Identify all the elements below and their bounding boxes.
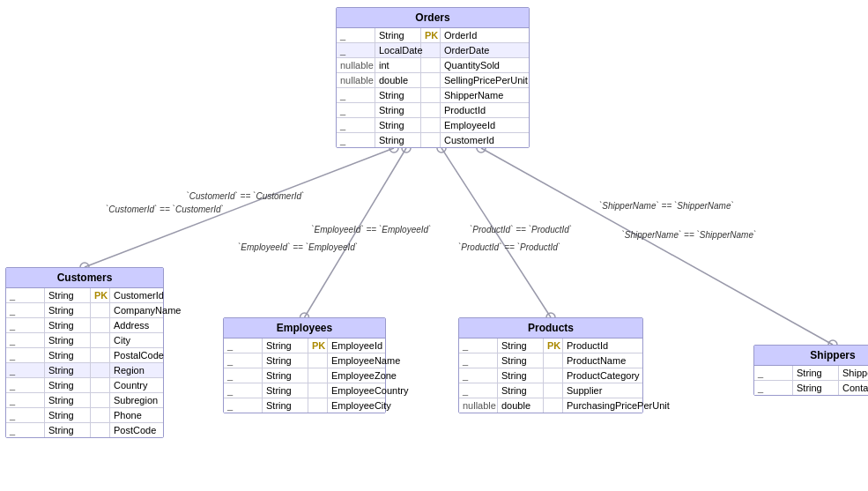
table-row: _ String PostCode: [6, 423, 163, 437]
cell: String: [45, 378, 91, 392]
employees-header: Employees: [224, 318, 385, 338]
cell: nullable: [337, 58, 375, 72]
svg-text:`EmployeeId` == `EmployeeId`: `EmployeeId` == `EmployeeId`: [311, 225, 431, 234]
cell: _: [6, 408, 45, 422]
cell: _: [337, 88, 375, 102]
relation-label-shippername: `ShipperName` == `ShipperName`: [599, 201, 734, 211]
diagram-canvas: `CustomerId` == `CustomerId``EmployeeId`…: [0, 0, 868, 491]
cell: String: [793, 381, 839, 395]
cell: ProductCategory: [563, 368, 642, 383]
cell: [91, 408, 110, 422]
cell: _: [6, 333, 45, 347]
cell: EmployeeCity: [328, 398, 398, 413]
cell: _: [224, 383, 263, 398]
cell: _: [224, 368, 263, 383]
cell: PK: [308, 338, 328, 353]
orders-header: Orders: [337, 8, 529, 28]
cell: EmployeeCountry: [328, 383, 398, 398]
cell: String: [375, 133, 421, 147]
cell: [421, 43, 441, 57]
cell: CustomerId: [110, 288, 181, 302]
cell: ProductId: [441, 103, 511, 117]
cell: _: [754, 381, 793, 395]
table-row: _ String EmployeeZone: [224, 368, 385, 383]
cell: PostCode: [110, 423, 181, 437]
cell: [308, 383, 328, 398]
cell: String: [45, 348, 91, 362]
svg-text:`CustomerId` == `CustomerId`: `CustomerId` == `CustomerId`: [187, 191, 305, 201]
cell: _: [459, 353, 498, 368]
table-row: _ String ProductCategory: [459, 368, 642, 383]
table-row: nullable double PurchasingPricePerUnit: [459, 398, 642, 413]
cell: Supplier: [563, 383, 634, 398]
cell: [421, 88, 441, 102]
svg-text:`ProductId` == `ProductId`: `ProductId` == `ProductId`: [470, 225, 572, 234]
cell: [421, 58, 441, 72]
cell: _: [459, 383, 498, 398]
table-row: _ String Region: [6, 363, 163, 378]
table-row: _ String Subregion: [6, 393, 163, 408]
cell: [91, 393, 110, 407]
cell: EmployeeZone: [328, 368, 398, 383]
table-row: _ LocalDate OrderDate: [337, 43, 529, 58]
table-row: _ String City: [6, 333, 163, 348]
cell: EmployeeName: [328, 353, 398, 368]
table-row: _ String EmployeeCountry: [224, 383, 385, 398]
cell: Region: [110, 363, 181, 377]
orders-body: _ String PK OrderId _ LocalDate OrderDat…: [337, 28, 529, 147]
cell: double: [498, 398, 544, 413]
cell: String: [45, 303, 91, 317]
cell: [91, 423, 110, 437]
cell: PostalCode: [110, 348, 181, 362]
cell: nullable: [337, 73, 375, 87]
cell: [544, 353, 563, 368]
cell: [544, 368, 563, 383]
cell: _: [6, 288, 45, 302]
table-row: _ String Address: [6, 318, 163, 333]
relation-label-employeeid: `EmployeeId` == `EmployeeId`: [238, 242, 358, 252]
cell: [421, 118, 441, 132]
table-customers: Customers _ String PK CustomerId _ Strin…: [5, 267, 164, 438]
table-row: _ String PK CustomerId: [6, 288, 163, 303]
products-header: Products: [459, 318, 642, 338]
cell: [421, 133, 441, 147]
cell: String: [263, 353, 308, 368]
cell: String: [263, 338, 308, 353]
cell: CustomerId: [441, 133, 511, 147]
cell: Phone: [110, 408, 181, 422]
cell: CompanyName: [110, 303, 181, 317]
cell: PK: [91, 288, 110, 302]
table-products: Products _ String PK ProductId _ String …: [458, 317, 643, 413]
svg-line-3: [305, 148, 407, 317]
table-row: _ String CustomerId: [337, 133, 529, 147]
svg-text:`ShipperName` == `ShipperName`: `ShipperName` == `ShipperName`: [622, 230, 757, 240]
table-row: _ String ProductName: [459, 353, 642, 368]
cell: ShipperName: [839, 366, 868, 380]
cell: _: [6, 423, 45, 437]
cell: String: [263, 383, 308, 398]
table-row: _ String ShipperName: [754, 366, 868, 381]
table-row: nullable double SellingPricePerUnit: [337, 73, 529, 88]
table-row: _ String EmployeeCity: [224, 398, 385, 413]
cell: [544, 398, 563, 413]
cell: _: [337, 43, 375, 57]
cell: _: [337, 28, 375, 42]
cell: [308, 368, 328, 383]
table-row: _ String PostalCode: [6, 348, 163, 363]
cell: _: [6, 318, 45, 332]
cell: _: [754, 366, 793, 380]
cell: int: [375, 58, 421, 72]
cell: SellingPricePerUnit: [441, 73, 529, 87]
customers-body: _ String PK CustomerId _ String CompanyN…: [6, 288, 163, 437]
cell: [308, 353, 328, 368]
cell: String: [45, 363, 91, 377]
cell: _: [224, 398, 263, 413]
cell: _: [224, 353, 263, 368]
cell: _: [337, 103, 375, 117]
cell: [91, 348, 110, 362]
table-row: _ String Phone: [6, 408, 163, 423]
cell: String: [375, 103, 421, 117]
cell: [91, 333, 110, 347]
cell: String: [45, 333, 91, 347]
cell: [308, 398, 328, 413]
